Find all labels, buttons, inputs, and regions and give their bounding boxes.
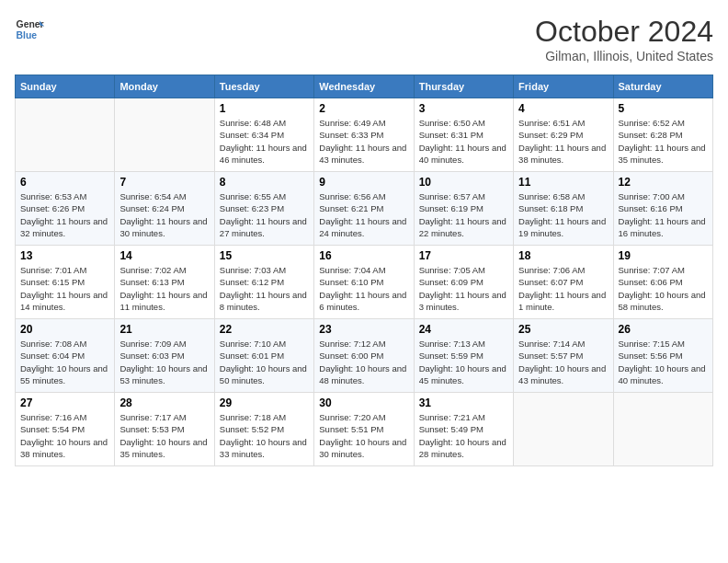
day-cell (613, 393, 712, 466)
location: Gilman, Illinois, United States (535, 49, 713, 63)
day-detail: Sunrise: 7:08 AMSunset: 6:04 PMDaylight:… (20, 338, 109, 386)
day-number: 22 (220, 323, 309, 336)
logo-icon: General Blue (15, 15, 44, 44)
day-cell: 15Sunrise: 7:03 AMSunset: 6:12 PMDayligh… (214, 246, 313, 319)
day-number: 31 (419, 396, 508, 409)
logo: General Blue (15, 15, 44, 44)
week-row-4: 20Sunrise: 7:08 AMSunset: 6:04 PMDayligh… (16, 319, 713, 393)
day-cell: 2Sunrise: 6:49 AMSunset: 6:33 PMDaylight… (314, 98, 414, 172)
day-cell: 17Sunrise: 7:05 AMSunset: 6:09 PMDayligh… (414, 246, 513, 319)
day-detail: Sunrise: 7:10 AMSunset: 6:01 PMDaylight:… (220, 338, 309, 386)
day-cell: 8Sunrise: 6:55 AMSunset: 6:23 PMDaylight… (214, 172, 313, 246)
day-cell: 4Sunrise: 6:51 AMSunset: 6:29 PMDaylight… (514, 98, 613, 172)
day-detail: Sunrise: 6:57 AMSunset: 6:19 PMDaylight:… (419, 190, 508, 239)
week-row-1: 1Sunrise: 6:48 AMSunset: 6:34 PMDaylight… (16, 98, 713, 172)
day-detail: Sunrise: 7:17 AMSunset: 5:53 PMDaylight:… (119, 411, 209, 460)
day-cell: 14Sunrise: 7:02 AMSunset: 6:13 PMDayligh… (115, 246, 214, 319)
day-detail: Sunrise: 7:02 AMSunset: 6:13 PMDaylight:… (119, 264, 209, 313)
day-cell: 3Sunrise: 6:50 AMSunset: 6:31 PMDaylight… (414, 98, 513, 172)
day-cell: 24Sunrise: 7:13 AMSunset: 5:59 PMDayligh… (414, 319, 513, 393)
day-detail: Sunrise: 6:49 AMSunset: 6:33 PMDaylight:… (319, 117, 408, 166)
calendar-table: SundayMondayTuesdayWednesdayThursdayFrid… (15, 75, 713, 466)
day-cell: 16Sunrise: 7:04 AMSunset: 6:10 PMDayligh… (314, 246, 414, 319)
day-cell: 7Sunrise: 6:54 AMSunset: 6:24 PMDaylight… (115, 172, 214, 246)
header-day-tuesday: Tuesday (214, 75, 313, 98)
day-number: 1 (220, 102, 309, 115)
day-detail: Sunrise: 7:06 AMSunset: 6:07 PMDaylight:… (518, 264, 608, 313)
day-cell: 27Sunrise: 7:16 AMSunset: 5:54 PMDayligh… (16, 393, 115, 466)
day-number: 11 (518, 176, 608, 189)
day-detail: Sunrise: 7:05 AMSunset: 6:09 PMDaylight:… (419, 264, 508, 313)
day-cell: 28Sunrise: 7:17 AMSunset: 5:53 PMDayligh… (115, 393, 214, 466)
week-row-3: 13Sunrise: 7:01 AMSunset: 6:15 PMDayligh… (16, 246, 713, 319)
day-number: 19 (619, 249, 708, 262)
day-cell: 30Sunrise: 7:20 AMSunset: 5:51 PMDayligh… (314, 393, 414, 466)
day-detail: Sunrise: 6:54 AMSunset: 6:24 PMDaylight:… (119, 190, 209, 239)
day-number: 13 (20, 249, 109, 262)
day-detail: Sunrise: 6:55 AMSunset: 6:23 PMDaylight:… (220, 190, 309, 239)
day-number: 8 (220, 176, 309, 189)
svg-text:Blue: Blue (17, 30, 38, 40)
day-detail: Sunrise: 7:21 AMSunset: 5:49 PMDaylight:… (419, 411, 508, 460)
day-number: 30 (319, 396, 408, 409)
month-title: October 2024 (535, 15, 713, 49)
day-detail: Sunrise: 7:14 AMSunset: 5:57 PMDaylight:… (518, 338, 608, 386)
day-detail: Sunrise: 6:56 AMSunset: 6:21 PMDaylight:… (319, 190, 408, 239)
day-cell: 11Sunrise: 6:58 AMSunset: 6:18 PMDayligh… (514, 172, 613, 246)
day-cell: 21Sunrise: 7:09 AMSunset: 6:03 PMDayligh… (115, 319, 214, 393)
day-number: 27 (20, 396, 109, 409)
day-cell: 5Sunrise: 6:52 AMSunset: 6:28 PMDaylight… (613, 98, 712, 172)
day-number: 5 (619, 102, 708, 115)
day-number: 17 (419, 249, 508, 262)
day-number: 18 (518, 249, 608, 262)
day-number: 21 (119, 323, 209, 336)
day-detail: Sunrise: 7:01 AMSunset: 6:15 PMDaylight:… (20, 264, 109, 313)
day-number: 10 (419, 176, 508, 189)
day-detail: Sunrise: 7:13 AMSunset: 5:59 PMDaylight:… (419, 338, 508, 386)
day-number: 28 (119, 396, 209, 409)
day-cell: 23Sunrise: 7:12 AMSunset: 6:00 PMDayligh… (314, 319, 414, 393)
day-detail: Sunrise: 7:18 AMSunset: 5:52 PMDaylight:… (220, 411, 309, 460)
day-cell: 10Sunrise: 6:57 AMSunset: 6:19 PMDayligh… (414, 172, 513, 246)
day-cell (16, 98, 115, 172)
day-number: 3 (419, 102, 508, 115)
day-detail: Sunrise: 7:07 AMSunset: 6:06 PMDaylight:… (619, 264, 708, 313)
day-cell: 25Sunrise: 7:14 AMSunset: 5:57 PMDayligh… (514, 319, 613, 393)
header-row: SundayMondayTuesdayWednesdayThursdayFrid… (16, 75, 713, 98)
day-number: 9 (319, 176, 408, 189)
page-header: General Blue October 2024 Gilman, Illino… (15, 15, 713, 63)
day-number: 6 (20, 176, 109, 189)
day-number: 7 (119, 176, 209, 189)
day-number: 25 (518, 323, 608, 336)
day-detail: Sunrise: 7:20 AMSunset: 5:51 PMDaylight:… (319, 411, 408, 460)
day-number: 16 (319, 249, 408, 262)
header-day-sunday: Sunday (16, 75, 115, 98)
day-number: 14 (119, 249, 209, 262)
day-cell: 1Sunrise: 6:48 AMSunset: 6:34 PMDaylight… (214, 98, 313, 172)
day-cell: 19Sunrise: 7:07 AMSunset: 6:06 PMDayligh… (613, 246, 712, 319)
day-cell: 22Sunrise: 7:10 AMSunset: 6:01 PMDayligh… (214, 319, 313, 393)
day-cell: 31Sunrise: 7:21 AMSunset: 5:49 PMDayligh… (414, 393, 513, 466)
day-detail: Sunrise: 7:15 AMSunset: 5:56 PMDaylight:… (619, 338, 708, 386)
day-cell: 13Sunrise: 7:01 AMSunset: 6:15 PMDayligh… (16, 246, 115, 319)
day-detail: Sunrise: 6:51 AMSunset: 6:29 PMDaylight:… (518, 117, 608, 166)
day-number: 24 (419, 323, 508, 336)
day-cell: 12Sunrise: 7:00 AMSunset: 6:16 PMDayligh… (613, 172, 712, 246)
day-cell: 29Sunrise: 7:18 AMSunset: 5:52 PMDayligh… (214, 393, 313, 466)
header-day-monday: Monday (115, 75, 214, 98)
day-number: 26 (619, 323, 708, 336)
day-detail: Sunrise: 7:04 AMSunset: 6:10 PMDaylight:… (319, 264, 408, 313)
day-cell: 20Sunrise: 7:08 AMSunset: 6:04 PMDayligh… (16, 319, 115, 393)
day-detail: Sunrise: 7:16 AMSunset: 5:54 PMDaylight:… (20, 411, 109, 460)
header-day-friday: Friday (514, 75, 613, 98)
day-detail: Sunrise: 6:48 AMSunset: 6:34 PMDaylight:… (220, 117, 309, 166)
day-detail: Sunrise: 6:58 AMSunset: 6:18 PMDaylight:… (518, 190, 608, 239)
day-number: 20 (20, 323, 109, 336)
week-row-2: 6Sunrise: 6:53 AMSunset: 6:26 PMDaylight… (16, 172, 713, 246)
day-cell: 6Sunrise: 6:53 AMSunset: 6:26 PMDaylight… (16, 172, 115, 246)
day-detail: Sunrise: 7:03 AMSunset: 6:12 PMDaylight:… (220, 264, 309, 313)
day-detail: Sunrise: 7:00 AMSunset: 6:16 PMDaylight:… (619, 190, 708, 239)
day-detail: Sunrise: 6:53 AMSunset: 6:26 PMDaylight:… (20, 190, 109, 239)
day-detail: Sunrise: 6:50 AMSunset: 6:31 PMDaylight:… (419, 117, 508, 166)
day-cell: 18Sunrise: 7:06 AMSunset: 6:07 PMDayligh… (514, 246, 613, 319)
